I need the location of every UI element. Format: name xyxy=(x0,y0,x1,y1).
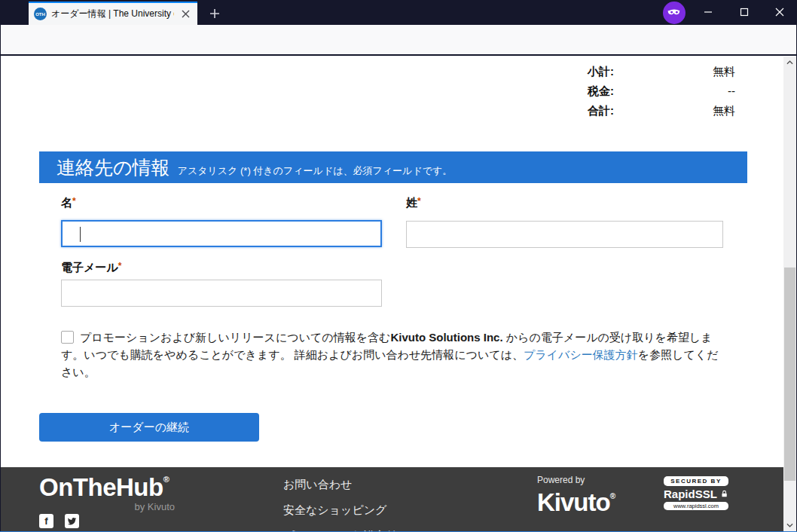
privacy-policy-link[interactable]: プライバシー保護方針 xyxy=(524,348,638,361)
last-name-label: 姓* xyxy=(406,196,421,210)
rapidssl-seal[interactable]: SECURED BY RapidSSL www.rapidssl.com xyxy=(664,476,728,510)
tab-close-icon[interactable] xyxy=(179,8,192,21)
first-name-label: 名* xyxy=(61,196,76,210)
email-input[interactable] xyxy=(61,280,382,307)
kivuto-logo: Kivuto® xyxy=(537,485,615,514)
window-close-button[interactable] xyxy=(768,0,791,24)
consent-text: プロモーションおよび新しいリリースについての情報を含む xyxy=(80,331,390,344)
section-title: 連絡先の情報 xyxy=(56,151,170,183)
onthehub-logo-byline: by Kivuto xyxy=(39,501,175,512)
powered-by-label: Powered by xyxy=(537,475,615,485)
tax-row: 税金: -- xyxy=(588,84,735,99)
titlebar: OTH オーダー情報 | The University of T xyxy=(0,0,797,25)
footer-links: お問い合わせ 安全なショッピング プライバシー保護方針 xyxy=(283,478,398,532)
window-maximize-button[interactable] xyxy=(733,0,756,24)
tax-label: 税金: xyxy=(588,84,614,99)
padlock-icon xyxy=(720,489,728,499)
new-tab-button[interactable] xyxy=(205,5,224,23)
window-border-left xyxy=(0,0,1,532)
total-label: 合計: xyxy=(588,104,614,118)
subtotal-row: 小計: 無料 xyxy=(588,65,735,79)
onthehub-logo: OnTheHub® xyxy=(39,473,169,502)
twitter-icon[interactable] xyxy=(65,514,79,528)
page-content: 小計: 無料 税金: -- 合計: 無料 連絡先の情報 アスタリスク (*) 付… xyxy=(1,57,784,532)
site-favicon: OTH xyxy=(34,8,47,20)
registered-mark: ® xyxy=(610,492,615,500)
registered-mark: ® xyxy=(163,475,169,484)
browser-tab[interactable]: OTH オーダー情報 | The University of T xyxy=(29,2,197,25)
company-name: Kivuto Solutions Inc. xyxy=(390,331,502,344)
total-value: 無料 xyxy=(713,104,735,118)
rapidssl-label: RapidSSL xyxy=(664,488,717,500)
required-asterisk: * xyxy=(72,196,76,206)
window-minimize-button[interactable] xyxy=(697,0,719,24)
subtotal-label: 小計: xyxy=(588,65,614,79)
continue-order-button[interactable]: オーダーの継続 xyxy=(39,413,259,442)
scrollbar-thumb[interactable] xyxy=(784,268,795,481)
footer-link-contact[interactable]: お問い合わせ xyxy=(283,478,398,492)
scrollbar-down-arrow[interactable] xyxy=(783,519,796,531)
tax-value: -- xyxy=(728,84,735,99)
section-subtitle: アスタリスク (*) 付きのフィールドは、必須フィールドです。 xyxy=(178,164,453,178)
email-label: 電子メール* xyxy=(61,261,121,275)
text-cursor xyxy=(80,227,81,242)
tab-title: オーダー情報 | The University of T xyxy=(51,8,174,20)
subtotal-value: 無料 xyxy=(713,65,735,79)
facebook-icon[interactable]: f xyxy=(39,514,53,528)
required-asterisk: * xyxy=(118,261,122,271)
rapidssl-brand-row: RapidSSL xyxy=(664,486,728,502)
first-name-input[interactable] xyxy=(61,220,382,247)
required-asterisk: * xyxy=(417,196,421,206)
rapidssl-url: www.rapidssl.com xyxy=(664,502,728,510)
last-name-input[interactable] xyxy=(406,221,723,248)
private-browsing-mask-icon xyxy=(663,2,686,24)
total-row: 合計: 無料 xyxy=(588,104,735,118)
powered-by-kivuto: Powered by Kivuto® xyxy=(537,475,615,514)
scrollbar-up-arrow[interactable] xyxy=(783,57,796,69)
page-footer: OnTheHub® by Kivuto f お問い合わせ 安全なショッピング プ… xyxy=(1,467,784,532)
contact-info-section-header: 連絡先の情報 アスタリスク (*) 付きのフィールドは、必須フィールドです。 xyxy=(39,151,747,183)
social-icons: f xyxy=(39,514,79,528)
newsletter-consent-text: プロモーションおよび新しいリリースについての情報を含むKivuto Soluti… xyxy=(61,329,724,381)
newsletter-checkbox[interactable] xyxy=(61,331,74,344)
navigation-toolbar xyxy=(0,25,797,56)
order-totals: 小計: 無料 税金: -- 合計: 無料 xyxy=(588,65,735,124)
secured-by-label: SECURED BY xyxy=(664,476,728,486)
footer-link-secure-shopping[interactable]: 安全なショッピング xyxy=(283,503,398,518)
page-scrollbar[interactable] xyxy=(783,57,796,531)
